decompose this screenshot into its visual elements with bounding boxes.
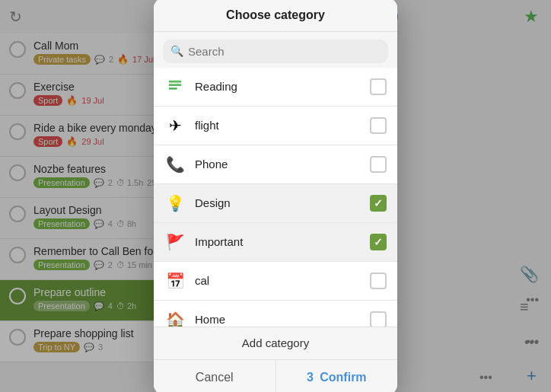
confirm-label: Confirm: [320, 371, 366, 384]
category-item-phone[interactable]: 📞 Phone: [154, 145, 397, 184]
confirm-button[interactable]: 3 Confirm: [276, 360, 398, 393]
category-checkbox-checked[interactable]: ✓: [370, 234, 387, 250]
checkmark-icon: ✓: [374, 236, 383, 248]
category-name: Reading: [195, 80, 370, 93]
checkmark-icon: ✓: [374, 197, 383, 209]
category-item-home[interactable]: 🏠 Home: [154, 301, 397, 327]
category-checkbox[interactable]: [370, 311, 387, 327]
flight-icon: ✈: [164, 115, 186, 136]
category-item-reading[interactable]: Reading: [154, 68, 397, 107]
category-name: cal: [195, 274, 370, 287]
category-name: flight: [195, 119, 370, 132]
cal-icon: 📅: [164, 270, 186, 292]
cancel-button[interactable]: Cancel: [154, 360, 276, 393]
search-icon: 🔍: [170, 45, 183, 57]
category-checkbox[interactable]: [370, 272, 387, 289]
category-checkbox-checked[interactable]: ✓: [370, 195, 387, 212]
category-item-flight[interactable]: ✈ flight: [154, 107, 397, 145]
svg-rect-2: [169, 87, 177, 89]
search-bar[interactable]: 🔍: [163, 40, 388, 63]
home-icon: 🏠: [164, 309, 186, 327]
category-checkbox[interactable]: [370, 78, 387, 95]
svg-rect-0: [169, 80, 182, 82]
category-name: Design: [195, 196, 370, 209]
svg-rect-1: [169, 84, 182, 86]
search-input[interactable]: [188, 45, 381, 58]
add-category-label: Add category: [242, 336, 309, 349]
phone-icon: 📞: [164, 154, 186, 175]
reading-icon: [164, 76, 186, 97]
category-item-important[interactable]: 🚩 Important ✓: [154, 223, 397, 262]
important-icon: 🚩: [164, 231, 186, 253]
category-name: Home: [195, 313, 370, 326]
category-item-design[interactable]: 💡 Design ✓: [154, 184, 397, 223]
modal-title: Choose category: [154, 0, 397, 32]
confirm-badge: 3: [307, 371, 314, 384]
category-name: Phone: [195, 158, 370, 171]
design-icon: 💡: [164, 193, 186, 214]
category-list: Reading ✈ flight 📞 Phone 💡 Design ✓ 🚩 Im…: [154, 68, 397, 327]
category-item-cal[interactable]: 📅 cal: [154, 262, 397, 301]
modal-footer: Cancel 3 Confirm: [154, 360, 397, 393]
category-name: Important: [195, 235, 370, 248]
choose-category-modal: Choose category 🔍 Reading ✈ flight 📞 Pho…: [154, 0, 397, 392]
add-category-section[interactable]: Add category: [154, 327, 397, 360]
category-checkbox[interactable]: [370, 156, 387, 173]
category-checkbox[interactable]: [370, 117, 387, 134]
